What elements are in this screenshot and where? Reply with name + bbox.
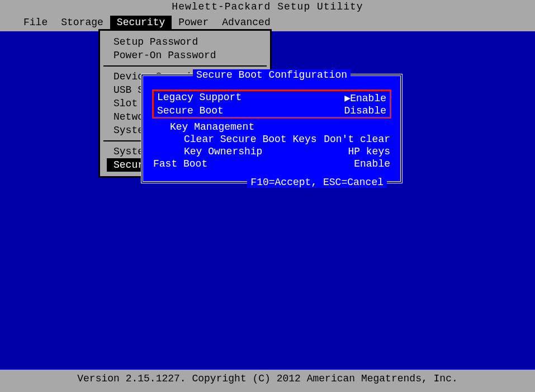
status-text: Version 2.15.1227. Copyright (C) 2012 Am… (77, 373, 458, 384)
secure-boot-dialog: Secure Boot Configuration Legacy Support… (141, 74, 403, 183)
dialog-title: Secure Boot Configuration (193, 69, 351, 81)
row-clear-keys[interactable]: Clear Secure Boot Keys Don't clear (151, 133, 392, 145)
menu-security[interactable]: Security (110, 16, 172, 29)
value-legacy-support: ▶Enable (344, 92, 386, 104)
value-fast-boot: Enable (354, 158, 390, 169)
dialog-footer: F10=Accept, ESC=Cancel (247, 177, 387, 188)
value-secure-boot: Disable (344, 105, 386, 116)
dd-setup-password[interactable]: Setup Password (107, 35, 263, 49)
highlight-box: Legacy Support ▶Enable Secure Boot Disab… (152, 89, 391, 119)
title-bar: Hewlett-Packard Setup Utility (0, 0, 535, 13)
row-key-ownership[interactable]: Key Ownership HP keys (151, 145, 392, 158)
row-secure-boot[interactable]: Secure Boot Disable (155, 105, 389, 117)
label-legacy-support: Legacy Support (157, 92, 242, 104)
value-clear-keys: Don't clear (324, 134, 390, 145)
value-key-ownership: HP keys (348, 146, 390, 157)
menu-advanced[interactable]: Advanced (215, 16, 277, 29)
label-key-ownership: Key Ownership (153, 146, 262, 157)
label-fast-boot: Fast Boot (153, 158, 207, 169)
label-clear-keys: Clear Secure Boot Keys (153, 134, 317, 145)
dd-power-on-password[interactable]: Power-On Password (107, 49, 263, 62)
app-title: Hewlett-Packard Setup Utility (172, 1, 363, 12)
menu-power[interactable]: Power (172, 16, 215, 29)
label-secure-boot: Secure Boot (157, 105, 224, 116)
dropdown-divider (103, 65, 267, 67)
status-bar: Version 2.15.1227. Copyright (C) 2012 Am… (0, 370, 535, 392)
label-key-management: Key Management (153, 121, 254, 133)
triangle-right-icon: ▶ (344, 92, 350, 104)
menu-file[interactable]: File (17, 16, 54, 29)
menu-storage[interactable]: Storage (54, 16, 110, 29)
row-fast-boot[interactable]: Fast Boot Enable (151, 158, 392, 170)
row-key-management[interactable]: Key Management (151, 121, 392, 133)
row-legacy-support[interactable]: Legacy Support ▶Enable (155, 91, 389, 105)
